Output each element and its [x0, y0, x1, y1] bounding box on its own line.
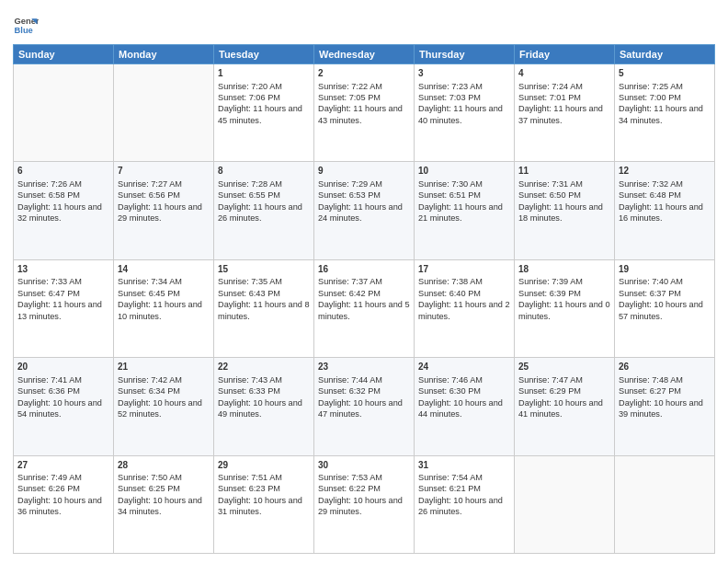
sunrise-text: Sunrise: 7:43 AM [218, 374, 310, 385]
day-number: 16 [318, 263, 410, 276]
calendar-cell: 11Sunrise: 7:31 AMSunset: 6:50 PMDayligh… [515, 162, 615, 259]
calendar-cell: 31Sunrise: 7:54 AMSunset: 6:21 PMDayligh… [415, 455, 515, 553]
calendar-cell [14, 64, 114, 162]
day-number: 27 [17, 459, 109, 472]
daylight-text: Daylight: 10 hours and 52 minutes. [118, 397, 210, 420]
daylight-text: Daylight: 11 hours and 32 minutes. [17, 201, 109, 224]
sunset-text: Sunset: 6:53 PM [318, 190, 410, 201]
sunset-text: Sunset: 7:03 PM [418, 92, 510, 103]
sunrise-text: Sunrise: 7:47 AM [518, 374, 610, 385]
sunrise-text: Sunrise: 7:38 AM [418, 276, 510, 287]
calendar-cell: 6Sunrise: 7:26 AMSunset: 6:58 PMDaylight… [14, 162, 114, 259]
daylight-text: Daylight: 11 hours and 13 minutes. [17, 299, 109, 322]
day-number: 18 [518, 263, 610, 276]
sunset-text: Sunset: 6:50 PM [518, 190, 610, 201]
day-number: 15 [218, 263, 310, 276]
daylight-text: Daylight: 11 hours and 18 minutes. [518, 201, 610, 224]
sunset-text: Sunset: 6:51 PM [418, 190, 510, 201]
day-number: 9 [318, 165, 410, 178]
calendar-cell: 29Sunrise: 7:51 AMSunset: 6:23 PMDayligh… [214, 455, 314, 553]
day-number: 7 [118, 165, 210, 178]
calendar-cell: 3Sunrise: 7:23 AMSunset: 7:03 PMDaylight… [415, 64, 515, 162]
sunrise-text: Sunrise: 7:33 AM [17, 276, 109, 287]
daylight-text: Daylight: 11 hours and 0 minutes. [518, 299, 610, 322]
sunrise-text: Sunrise: 7:20 AM [218, 81, 310, 92]
day-number: 22 [218, 361, 310, 373]
sunset-text: Sunset: 7:06 PM [218, 92, 310, 103]
calendar-cell: 22Sunrise: 7:43 AMSunset: 6:33 PMDayligh… [214, 358, 314, 455]
sunset-text: Sunset: 6:34 PM [118, 385, 210, 396]
calendar-cell: 26Sunrise: 7:48 AMSunset: 6:27 PMDayligh… [615, 358, 715, 455]
calendar-cell: 13Sunrise: 7:33 AMSunset: 6:47 PMDayligh… [14, 259, 114, 357]
daylight-text: Daylight: 11 hours and 16 minutes. [619, 201, 711, 224]
day-header-saturday: Saturday [615, 45, 715, 64]
sunrise-text: Sunrise: 7:31 AM [518, 178, 610, 190]
calendar-cell [615, 455, 715, 553]
sunrise-text: Sunrise: 7:51 AM [218, 472, 310, 483]
calendar-cell: 24Sunrise: 7:46 AMSunset: 6:30 PMDayligh… [415, 358, 515, 455]
day-header-sunday: Sunday [14, 45, 114, 64]
main-container: General Blue SundayMondayTuesdayWednesda… [0, 0, 728, 563]
sunrise-text: Sunrise: 7:30 AM [418, 178, 510, 190]
calendar-cell: 10Sunrise: 7:30 AMSunset: 6:51 PMDayligh… [415, 162, 515, 259]
daylight-text: Daylight: 11 hours and 24 minutes. [318, 201, 410, 224]
sunrise-text: Sunrise: 7:26 AM [17, 178, 109, 190]
daylight-text: Daylight: 11 hours and 10 minutes. [118, 299, 210, 322]
sunset-text: Sunset: 7:01 PM [518, 92, 610, 103]
sunrise-text: Sunrise: 7:37 AM [318, 276, 410, 287]
calendar-week-2: 6Sunrise: 7:26 AMSunset: 6:58 PMDaylight… [14, 162, 715, 259]
day-number: 23 [318, 361, 410, 373]
day-number: 3 [418, 67, 510, 80]
sunset-text: Sunset: 6:33 PM [218, 385, 310, 396]
calendar-cell: 30Sunrise: 7:53 AMSunset: 6:22 PMDayligh… [314, 455, 415, 553]
sunrise-text: Sunrise: 7:34 AM [118, 276, 210, 287]
daylight-text: Daylight: 10 hours and 57 minutes. [619, 299, 711, 322]
sunset-text: Sunset: 6:32 PM [318, 385, 410, 396]
daylight-text: Daylight: 10 hours and 29 minutes. [318, 495, 410, 518]
calendar-cell: 17Sunrise: 7:38 AMSunset: 6:40 PMDayligh… [415, 259, 515, 357]
sunset-text: Sunset: 6:22 PM [318, 483, 410, 494]
daylight-text: Daylight: 11 hours and 8 minutes. [218, 299, 310, 322]
day-header-tuesday: Tuesday [214, 45, 314, 64]
day-number: 25 [518, 361, 610, 373]
sunset-text: Sunset: 6:27 PM [619, 385, 711, 396]
day-number: 2 [318, 67, 410, 80]
calendar-cell: 14Sunrise: 7:34 AMSunset: 6:45 PMDayligh… [114, 259, 214, 357]
calendar-cell: 2Sunrise: 7:22 AMSunset: 7:05 PMDaylight… [314, 64, 415, 162]
sunset-text: Sunset: 6:23 PM [218, 483, 310, 494]
sunrise-text: Sunrise: 7:27 AM [118, 178, 210, 190]
daylight-text: Daylight: 10 hours and 54 minutes. [17, 397, 109, 420]
day-number: 26 [619, 361, 711, 373]
daylight-text: Daylight: 11 hours and 40 minutes. [418, 103, 510, 126]
calendar-cell [515, 455, 615, 553]
daylight-text: Daylight: 10 hours and 44 minutes. [418, 397, 510, 420]
sunset-text: Sunset: 6:58 PM [17, 190, 109, 201]
day-number: 29 [218, 459, 310, 472]
sunrise-text: Sunrise: 7:22 AM [318, 81, 410, 92]
sunset-text: Sunset: 6:25 PM [118, 483, 210, 494]
sunrise-text: Sunrise: 7:32 AM [619, 178, 711, 190]
sunset-text: Sunset: 6:30 PM [418, 385, 510, 396]
svg-text:Blue: Blue [15, 26, 33, 35]
daylight-text: Daylight: 11 hours and 2 minutes. [418, 299, 510, 322]
sunset-text: Sunset: 6:29 PM [518, 385, 610, 396]
header: General Blue [13, 9, 715, 39]
day-header-monday: Monday [114, 45, 214, 64]
sunset-text: Sunset: 6:42 PM [318, 288, 410, 299]
daylight-text: Daylight: 10 hours and 36 minutes. [17, 495, 109, 518]
daylight-text: Daylight: 11 hours and 21 minutes. [418, 201, 510, 224]
day-number: 21 [118, 361, 210, 373]
daylight-text: Daylight: 10 hours and 31 minutes. [218, 495, 310, 518]
sunset-text: Sunset: 7:00 PM [619, 92, 711, 103]
sunrise-text: Sunrise: 7:23 AM [418, 81, 510, 92]
sunset-text: Sunset: 6:43 PM [218, 288, 310, 299]
daylight-text: Daylight: 10 hours and 47 minutes. [318, 397, 410, 420]
calendar-cell: 28Sunrise: 7:50 AMSunset: 6:25 PMDayligh… [114, 455, 214, 553]
calendar-cell: 21Sunrise: 7:42 AMSunset: 6:34 PMDayligh… [114, 358, 214, 455]
calendar-header-row: SundayMondayTuesdayWednesdayThursdayFrid… [14, 45, 715, 64]
sunrise-text: Sunrise: 7:24 AM [518, 81, 610, 92]
day-header-thursday: Thursday [415, 45, 515, 64]
sunrise-text: Sunrise: 7:25 AM [619, 81, 711, 92]
daylight-text: Daylight: 11 hours and 29 minutes. [118, 201, 210, 224]
sunrise-text: Sunrise: 7:54 AM [418, 472, 510, 483]
